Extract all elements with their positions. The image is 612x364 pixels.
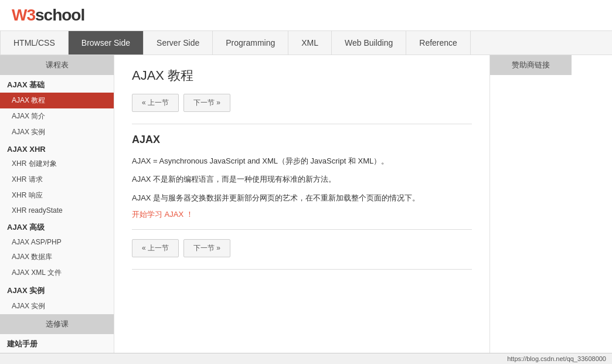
right-panel-title: 赞助商链接 — [490, 55, 572, 75]
divider-bottom — [132, 229, 472, 230]
sidebar-link[interactable]: AJAX ASP/PHP — [0, 235, 114, 249]
status-url: https://blog.csdn.net/qq_33608000 — [507, 355, 606, 362]
main-content: AJAX 教程 « 上一节 下一节 » AJAX AJAX = Asynchro… — [114, 55, 489, 364]
right-panel: 赞助商链接 — [489, 55, 572, 364]
sidebar-group-title: AJAX XHR — [0, 140, 114, 156]
nav-item-reference[interactable]: Reference — [406, 31, 471, 55]
sidebar-link[interactable]: XHR 响应 — [0, 188, 114, 203]
nav-item-programming[interactable]: Programming — [213, 31, 288, 55]
para-1: AJAX = Asynchronous JavaScript and XML（异… — [132, 154, 472, 168]
sidebar-group-title: AJAX 实例 — [0, 281, 114, 298]
prev-button-bottom[interactable]: « 上一节 — [132, 239, 179, 257]
layout: 课程表 AJAX 基础AJAX 教程AJAX 简介AJAX 实例AJAX XHR… — [0, 55, 612, 364]
sidebar-link[interactable]: AJAX XML 文件 — [0, 265, 114, 281]
sidebar-link[interactable]: AJAX 数据库 — [0, 249, 114, 265]
sidebar-link[interactable]: XHR 请求 — [0, 172, 114, 188]
sidebar-group-title: AJAX 高级 — [0, 217, 114, 235]
top-nav-buttons: « 上一节 下一节 » — [132, 94, 472, 112]
para-3: AJAX 是与服务器交换数据并更新部分网页的艺术，在不重新加载整个页面的情况下。 — [132, 191, 472, 205]
divider-end — [132, 269, 472, 270]
sidebar-link[interactable]: XHR 创建对象 — [0, 156, 114, 172]
bottom-nav-buttons: « 上一节 下一节 » — [132, 239, 472, 257]
sidebar-group-title: AJAX 基础 — [0, 75, 114, 93]
nav-item-xml[interactable]: XML — [288, 31, 332, 55]
sidebar-link[interactable]: XHR readyState — [0, 203, 114, 217]
nav-item-html/css[interactable]: HTML/CSS — [0, 31, 69, 55]
page-title: AJAX 教程 — [132, 67, 472, 84]
nav-item-server-side[interactable]: Server Side — [144, 31, 213, 55]
next-button-bottom[interactable]: 下一节 » — [183, 239, 230, 257]
sidebar-groups: AJAX 基础AJAX 教程AJAX 简介AJAX 实例AJAX XHRXHR … — [0, 75, 114, 314]
start-learning-link[interactable]: 开始学习 AJAX ！ — [132, 210, 193, 219]
sidebar-link[interactable]: AJAX 实例 — [0, 124, 114, 140]
sidebar-group-title: 建站手册 — [0, 334, 114, 352]
nav-item-web-building[interactable]: Web Building — [332, 31, 406, 55]
status-bar: https://blog.csdn.net/qq_33608000 — [0, 353, 612, 364]
logo-school: school — [35, 6, 84, 24]
divider-top — [132, 124, 472, 124]
sidebar-section-title-2: 选修课 — [0, 314, 114, 334]
logo-w3: W3 — [12, 6, 35, 24]
sidebar-link[interactable]: AJAX 简介 — [0, 108, 114, 124]
para-2: AJAX 不是新的编程语言，而是一种使用现有标准的新方法。 — [132, 172, 472, 186]
content-title: AJAX — [132, 134, 472, 146]
next-button-top[interactable]: 下一节 » — [183, 94, 230, 112]
prev-button-top[interactable]: « 上一节 — [132, 94, 179, 112]
sidebar-link[interactable]: AJAX 实例 — [0, 298, 114, 314]
sidebar-section-title-1: 课程表 — [0, 55, 114, 75]
logo: W3school — [12, 6, 84, 25]
main-nav: HTML/CSSBrowser SideServer SideProgrammi… — [0, 31, 612, 55]
nav-item-browser-side[interactable]: Browser Side — [69, 31, 144, 55]
sidebar: 课程表 AJAX 基础AJAX 教程AJAX 简介AJAX 实例AJAX XHR… — [0, 55, 114, 364]
sidebar-link[interactable]: AJAX 教程 — [0, 93, 114, 108]
header: W3school — [0, 0, 612, 31]
